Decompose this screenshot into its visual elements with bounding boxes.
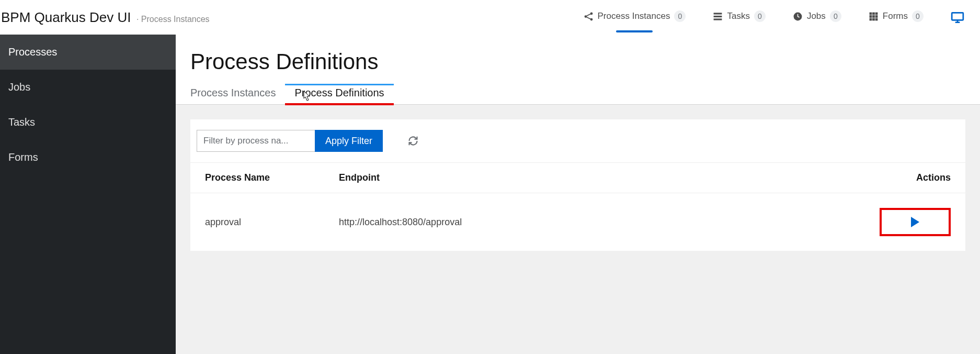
- svg-point-2: [590, 18, 592, 20]
- svg-point-0: [584, 15, 587, 18]
- sidebar-item-forms[interactable]: Forms: [0, 140, 176, 175]
- svg-rect-7: [869, 12, 872, 15]
- top-nav: Process Instances 0 Tasks 0 Jobs 0 Forms…: [584, 10, 970, 24]
- nav-process-instances[interactable]: Process Instances 0: [584, 10, 686, 24]
- nav-tasks[interactable]: Tasks 0: [713, 10, 765, 24]
- svg-rect-11: [872, 15, 875, 18]
- brand-name: BPM Quarkus Dev UI: [1, 9, 131, 25]
- nav-label: Jobs: [807, 11, 826, 21]
- brand-title: BPM Quarkus Dev UI · Process Instances: [1, 9, 210, 26]
- filter-input[interactable]: [197, 130, 315, 152]
- nav-label: Tasks: [727, 11, 749, 21]
- svg-rect-5: [714, 18, 722, 20]
- svg-rect-14: [872, 18, 875, 20]
- svg-point-1: [590, 12, 592, 15]
- svg-rect-15: [875, 18, 878, 20]
- tab-process-instances[interactable]: Process Instances: [190, 85, 276, 104]
- brand-section: · Process Instances: [136, 15, 210, 24]
- svg-rect-16: [952, 13, 963, 20]
- column-actions: Actions: [857, 172, 951, 183]
- column-endpoint: Endpoint: [339, 172, 857, 183]
- cell-process-name: approval: [205, 217, 339, 228]
- nav-label: Forms: [883, 11, 908, 21]
- svg-rect-3: [714, 13, 722, 14]
- nav-label: Process Instances: [598, 11, 670, 21]
- top-bar: BPM Quarkus Dev UI · Process Instances P…: [0, 0, 980, 35]
- table-header: Process Name Endpoint Actions: [190, 162, 965, 193]
- play-icon: [911, 217, 919, 227]
- clock-icon: [793, 12, 803, 21]
- refresh-icon[interactable]: [408, 136, 418, 146]
- column-process-name: Process Name: [205, 172, 339, 183]
- nav-forms[interactable]: Forms 0: [869, 10, 924, 24]
- page-title: Process Definitions: [176, 35, 980, 85]
- svg-rect-13: [869, 18, 872, 20]
- run-action-button[interactable]: [880, 208, 951, 236]
- main-content: Process Definitions Process Instances Pr…: [176, 35, 980, 354]
- nav-badge: 0: [912, 10, 924, 22]
- sidebar-item-processes[interactable]: Processes: [0, 35, 176, 70]
- nav-badge: 0: [754, 10, 766, 22]
- grid-icon: [869, 12, 879, 21]
- tasks-icon: [713, 12, 723, 21]
- filter-toolbar: Apply Filter: [190, 119, 965, 162]
- tabs: Process Instances Process Definitions: [176, 85, 980, 105]
- monitor-icon[interactable]: [951, 12, 964, 23]
- svg-rect-10: [869, 15, 872, 18]
- svg-rect-4: [714, 15, 722, 17]
- panel: Apply Filter Process Name Endpoint Actio…: [190, 119, 965, 251]
- nav-badge: 0: [830, 10, 841, 22]
- sidebar-item-jobs[interactable]: Jobs: [0, 70, 176, 105]
- table-row: approval http://localhost:8080/approval: [190, 193, 965, 251]
- cell-endpoint: http://localhost:8080/approval: [339, 217, 857, 228]
- apply-filter-button[interactable]: Apply Filter: [315, 130, 383, 152]
- tab-process-definitions[interactable]: Process Definitions: [294, 85, 384, 104]
- svg-rect-12: [875, 15, 878, 18]
- sidebar-item-tasks[interactable]: Tasks: [0, 105, 176, 140]
- share-icon: [584, 12, 594, 21]
- nav-jobs[interactable]: Jobs 0: [793, 10, 841, 24]
- svg-rect-8: [872, 12, 875, 15]
- svg-rect-9: [875, 12, 878, 15]
- sidebar: Processes Jobs Tasks Forms: [0, 35, 176, 354]
- nav-badge: 0: [674, 10, 686, 22]
